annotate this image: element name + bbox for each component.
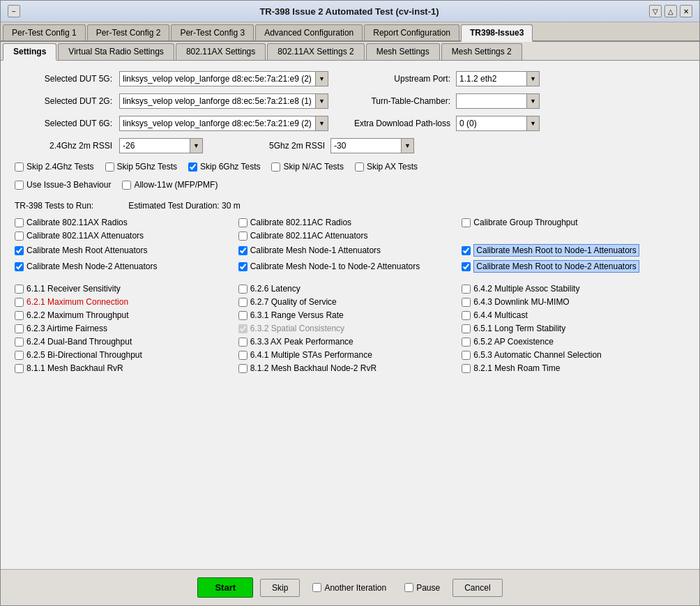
subtab-mesh[interactable]: Mesh Settings xyxy=(366,43,440,60)
test-811-check[interactable] xyxy=(15,364,24,373)
test-col-12: Calibrate Mesh Root to Node-2 Attenuator… xyxy=(462,260,685,273)
test-653-check[interactable] xyxy=(462,351,471,360)
window-controls: ▽ △ ✕ xyxy=(649,5,692,17)
dut6g-arrow[interactable]: ▼ xyxy=(315,116,328,130)
test-651-check[interactable] xyxy=(462,324,471,333)
test-calibrate-ac-radios-check[interactable] xyxy=(238,218,248,227)
another-iteration-input[interactable] xyxy=(312,583,321,592)
extra-dl-arrow[interactable]: ▼ xyxy=(526,116,539,130)
test-643-check[interactable] xyxy=(462,298,471,307)
tab-per-test-1[interactable]: Per-Test Config 1 xyxy=(3,24,86,40)
subtab-virtual-sta[interactable]: Virtual Sta Radio Settings xyxy=(58,43,174,60)
pause-checkbox[interactable]: Pause xyxy=(404,583,440,593)
start-button[interactable]: Start xyxy=(197,577,253,598)
rssi5g-select[interactable]: -30 ▼ xyxy=(330,138,414,153)
dut2g-select[interactable]: linksys_velop velop_lanforge d8:ec:5e:7a… xyxy=(119,93,328,109)
extra-dl-label: Extra Download Path-loss xyxy=(342,119,450,128)
maximize-button[interactable]: △ xyxy=(664,5,677,17)
test-mesh-root-node1-att-check[interactable] xyxy=(462,246,471,255)
useIssue3-checkbox[interactable]: Use Issue-3 Behaviour xyxy=(15,180,111,190)
tab-advanced[interactable]: Advanced Configuration xyxy=(255,24,363,40)
test-col-21: 6.4.4 Multicast xyxy=(462,310,685,320)
test-mesh-node1-node2-att-check[interactable] xyxy=(238,262,248,271)
test-calibrate-ax-radios-check[interactable] xyxy=(15,218,24,227)
skip5-label: Skip 5Ghz Tests xyxy=(117,162,177,172)
turntable-select[interactable]: ▼ xyxy=(456,93,540,109)
test-821-check[interactable] xyxy=(462,364,471,373)
test-mesh-root-att-check[interactable] xyxy=(15,246,24,255)
test-626-check[interactable] xyxy=(238,285,248,294)
tests-section-title: TR-398 Tests to Run: Estimated Test Dura… xyxy=(15,201,685,211)
subtab-mesh2[interactable]: Mesh Settings 2 xyxy=(441,43,522,60)
skip-button[interactable]: Skip xyxy=(260,579,300,597)
test-641-check[interactable] xyxy=(238,351,248,360)
skip24-input[interactable] xyxy=(15,162,24,172)
skip6-input[interactable] xyxy=(188,162,197,172)
test-mesh-root-node2-att-check[interactable] xyxy=(462,262,471,271)
test-col-14: 6.2.6 Latency xyxy=(238,284,462,294)
close-button[interactable]: ✕ xyxy=(680,5,692,17)
skipNAC-checkbox[interactable]: Skip N/AC Tests xyxy=(271,162,343,172)
test-633-check[interactable] xyxy=(238,338,248,347)
test-calibrate-ac-att-check[interactable] xyxy=(238,232,248,241)
rssi24-select[interactable]: -26 ▼ xyxy=(119,138,203,153)
cancel-button[interactable]: Cancel xyxy=(452,579,502,597)
test-625-check[interactable] xyxy=(15,351,24,360)
test-631-check[interactable] xyxy=(238,311,248,320)
allow11w-input[interactable] xyxy=(122,181,131,190)
tab-report[interactable]: Report Configuration xyxy=(364,24,459,40)
skip5-input[interactable] xyxy=(105,162,114,172)
test-621-check[interactable] xyxy=(15,298,24,307)
test-812-check[interactable] xyxy=(238,364,248,373)
upstream-arrow[interactable]: ▼ xyxy=(526,72,539,86)
tab-per-test-3[interactable]: Per-Test Config 3 xyxy=(171,24,254,40)
tab-per-test-2[interactable]: Per-Test Config 2 xyxy=(87,24,170,40)
test-col-25: 6.2.4 Dual-Band Throughput xyxy=(15,337,238,347)
another-iteration-checkbox[interactable]: Another Iteration xyxy=(312,583,386,593)
extra-dl-select[interactable]: 0 (0) ▼ xyxy=(456,116,540,131)
test-644-check[interactable] xyxy=(462,311,471,320)
subtab-settings[interactable]: Settings xyxy=(3,43,56,61)
minimize-button[interactable]: − xyxy=(8,5,20,17)
test-632-check[interactable] xyxy=(238,324,248,333)
dut6g-label: Selected DUT 6G: xyxy=(15,119,112,128)
test-652-check[interactable] xyxy=(462,338,471,347)
pause-input[interactable] xyxy=(404,583,413,592)
rssi5g-arrow[interactable]: ▼ xyxy=(401,139,413,153)
test-627-check[interactable] xyxy=(238,298,248,307)
useIssue3-input[interactable] xyxy=(15,181,24,190)
skip6-checkbox[interactable]: Skip 6Ghz Tests xyxy=(188,162,260,172)
test-624-check[interactable] xyxy=(15,338,24,347)
upstream-value: 1.1.2 eth2 xyxy=(457,73,526,85)
subtab-80211ax[interactable]: 802.11AX Settings xyxy=(176,43,266,60)
test-642-check[interactable] xyxy=(462,285,471,294)
test-mesh-node2-att-check[interactable] xyxy=(15,262,24,271)
test-row-1: Calibrate 802.11AX Radios Calibrate 802.… xyxy=(15,218,685,227)
upstream-select[interactable]: 1.1.2 eth2 ▼ xyxy=(456,71,540,86)
test-calibrate-group-check[interactable] xyxy=(462,218,471,227)
subtab-80211ax2[interactable]: 802.11AX Settings 2 xyxy=(267,43,364,60)
test-calibrate-ax-att-check[interactable] xyxy=(15,232,24,241)
rssi24-arrow[interactable]: ▼ xyxy=(190,139,202,153)
turntable-arrow[interactable]: ▼ xyxy=(526,94,539,108)
test-641: 6.4.1 Multiple STAs Performance xyxy=(250,350,372,360)
skipAX-checkbox[interactable]: Skip AX Tests xyxy=(355,162,418,172)
dut6g-select[interactable]: linksys_velop velop_lanforge d8:ec:5e:7a… xyxy=(119,116,328,131)
test-623-check[interactable] xyxy=(15,324,24,333)
test-611-check[interactable] xyxy=(15,285,24,294)
tab-tr398[interactable]: TR398-Issue3 xyxy=(461,24,533,42)
test-col-29: 6.4.1 Multiple STAs Performance xyxy=(238,350,462,360)
test-mesh-node1-att-check[interactable] xyxy=(238,246,248,255)
restore-button[interactable]: ▽ xyxy=(649,5,662,17)
skip5-checkbox[interactable]: Skip 5Ghz Tests xyxy=(105,162,177,172)
skipAX-input[interactable] xyxy=(355,162,364,172)
dut5g-arrow[interactable]: ▼ xyxy=(315,72,328,86)
dut2g-arrow[interactable]: ▼ xyxy=(315,94,328,108)
dut5g-select[interactable]: linksys_velop velop_lanforge d8:ec:5e:7a… xyxy=(119,71,328,86)
skip24-checkbox[interactable]: Skip 2.4Ghz Tests xyxy=(15,162,94,172)
test-col-10: Calibrate Mesh Node-2 Attenuators xyxy=(15,260,238,273)
test-col-8: Calibrate Mesh Node-1 Attenuators xyxy=(238,244,462,257)
skipNAC-input[interactable] xyxy=(271,162,280,172)
allow11w-checkbox[interactable]: Allow-11w (MFP/PMF) xyxy=(122,180,218,190)
test-622-check[interactable] xyxy=(15,311,24,320)
